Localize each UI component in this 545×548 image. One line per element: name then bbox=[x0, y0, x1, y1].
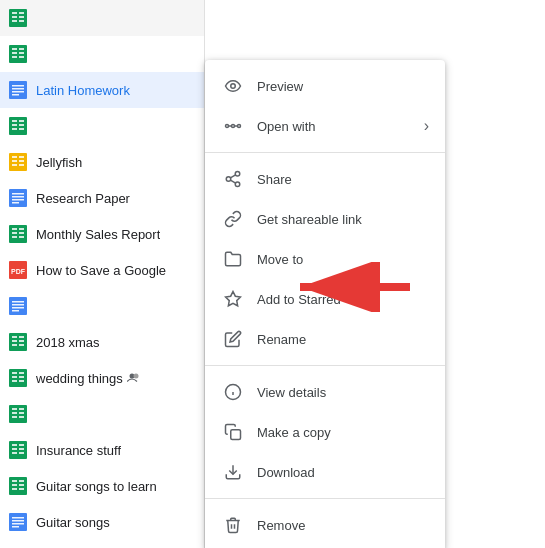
svg-rect-53 bbox=[12, 336, 17, 338]
sheets-icon bbox=[8, 332, 28, 352]
share-icon bbox=[221, 167, 245, 191]
svg-point-102 bbox=[235, 182, 240, 187]
svg-rect-12 bbox=[12, 56, 17, 58]
menu-divider bbox=[205, 498, 445, 499]
svg-rect-86 bbox=[19, 484, 24, 486]
svg-rect-80 bbox=[12, 452, 17, 454]
svg-rect-13 bbox=[19, 56, 24, 58]
file-item[interactable] bbox=[0, 288, 204, 324]
svg-rect-0 bbox=[9, 9, 27, 27]
menu-label: Open with bbox=[257, 119, 424, 134]
menu-item-rename[interactable]: Rename bbox=[205, 319, 445, 359]
svg-rect-18 bbox=[12, 94, 19, 96]
svg-rect-42 bbox=[19, 232, 24, 234]
svg-rect-2 bbox=[19, 12, 24, 14]
svg-rect-56 bbox=[19, 340, 24, 342]
folder-icon bbox=[221, 247, 245, 271]
submenu-arrow: › bbox=[424, 117, 429, 135]
star-icon bbox=[221, 287, 245, 311]
sheets-yellow-icon bbox=[8, 152, 28, 172]
svg-rect-25 bbox=[19, 128, 24, 130]
sheets-icon bbox=[8, 116, 28, 136]
svg-rect-88 bbox=[19, 488, 24, 490]
menu-item-open-with[interactable]: Open with › bbox=[205, 106, 445, 146]
file-item-monthly-sales[interactable]: Monthly Sales Report bbox=[0, 216, 204, 252]
file-item-guitar-songs-learn[interactable]: Guitar songs to learn bbox=[0, 468, 204, 504]
svg-point-100 bbox=[235, 172, 240, 177]
svg-rect-11 bbox=[19, 52, 24, 54]
svg-rect-26 bbox=[9, 153, 27, 171]
svg-rect-6 bbox=[19, 20, 24, 22]
sheets-icon bbox=[8, 404, 28, 424]
svg-rect-109 bbox=[231, 430, 241, 440]
file-item-latin-homework[interactable]: Latin Homework bbox=[0, 72, 204, 108]
svg-rect-55 bbox=[12, 340, 17, 342]
svg-rect-74 bbox=[19, 416, 24, 418]
svg-rect-78 bbox=[12, 448, 17, 450]
eye-icon bbox=[221, 74, 245, 98]
menu-label: Get shareable link bbox=[257, 212, 429, 227]
svg-rect-21 bbox=[19, 120, 24, 122]
menu-label: Share bbox=[257, 172, 429, 187]
svg-rect-54 bbox=[19, 336, 24, 338]
menu-divider bbox=[205, 365, 445, 366]
svg-rect-61 bbox=[19, 372, 24, 374]
svg-rect-58 bbox=[19, 344, 24, 346]
edit-icon bbox=[221, 327, 245, 351]
menu-label: Make a copy bbox=[257, 425, 429, 440]
file-item[interactable] bbox=[0, 396, 204, 432]
svg-rect-93 bbox=[12, 526, 19, 528]
sheets-icon bbox=[8, 44, 28, 64]
file-item[interactable] bbox=[0, 36, 204, 72]
menu-item-download[interactable]: Download bbox=[205, 452, 445, 492]
copy-icon bbox=[221, 420, 245, 444]
file-item[interactable] bbox=[0, 0, 204, 36]
file-item[interactable] bbox=[0, 108, 204, 144]
svg-rect-33 bbox=[9, 189, 27, 207]
menu-item-share[interactable]: Share bbox=[205, 159, 445, 199]
svg-rect-52 bbox=[9, 333, 27, 351]
svg-rect-49 bbox=[12, 304, 24, 306]
svg-rect-79 bbox=[19, 448, 24, 450]
trash-icon bbox=[221, 513, 245, 537]
file-item-jellyfish[interactable]: Jellyfish bbox=[0, 144, 204, 180]
open-with-icon bbox=[221, 114, 245, 138]
svg-rect-87 bbox=[12, 488, 17, 490]
svg-point-67 bbox=[133, 374, 138, 379]
svg-marker-105 bbox=[226, 292, 241, 306]
svg-rect-72 bbox=[19, 412, 24, 414]
menu-item-make-copy[interactable]: Make a copy bbox=[205, 412, 445, 452]
sheets-icon bbox=[8, 440, 28, 460]
svg-rect-43 bbox=[12, 236, 17, 238]
svg-rect-38 bbox=[9, 225, 27, 243]
svg-rect-62 bbox=[12, 376, 17, 378]
menu-label: Preview bbox=[257, 79, 429, 94]
svg-rect-76 bbox=[12, 444, 17, 446]
menu-item-view-details[interactable]: View details bbox=[205, 372, 445, 412]
download-icon bbox=[221, 460, 245, 484]
file-name: wedding things bbox=[36, 371, 123, 386]
file-name: Guitar songs bbox=[36, 515, 110, 530]
svg-rect-1 bbox=[12, 12, 17, 14]
menu-label: View details bbox=[257, 385, 429, 400]
menu-label: Download bbox=[257, 465, 429, 480]
svg-rect-57 bbox=[12, 344, 17, 346]
svg-rect-17 bbox=[12, 91, 24, 93]
menu-item-get-link[interactable]: Get shareable link bbox=[205, 199, 445, 239]
file-item-pdf[interactable]: PDF How to Save a Google bbox=[0, 252, 204, 288]
red-arrow bbox=[285, 262, 415, 312]
file-item-wedding-things[interactable]: wedding things bbox=[0, 360, 204, 396]
svg-rect-40 bbox=[19, 228, 24, 230]
menu-item-remove[interactable]: Remove bbox=[205, 505, 445, 545]
svg-rect-89 bbox=[9, 513, 27, 531]
file-item-research-paper[interactable]: Research Paper bbox=[0, 180, 204, 216]
svg-rect-91 bbox=[12, 520, 24, 522]
menu-item-preview[interactable]: Preview bbox=[205, 66, 445, 106]
file-item-insurance[interactable]: Insurance stuff bbox=[0, 432, 204, 468]
svg-rect-85 bbox=[12, 484, 17, 486]
file-item-guitar-songs[interactable]: Guitar songs bbox=[0, 504, 204, 540]
svg-rect-28 bbox=[19, 156, 24, 158]
file-item-2018xmas[interactable]: 2018 xmas bbox=[0, 324, 204, 360]
sheets-icon bbox=[8, 8, 28, 28]
svg-rect-10 bbox=[12, 52, 17, 54]
